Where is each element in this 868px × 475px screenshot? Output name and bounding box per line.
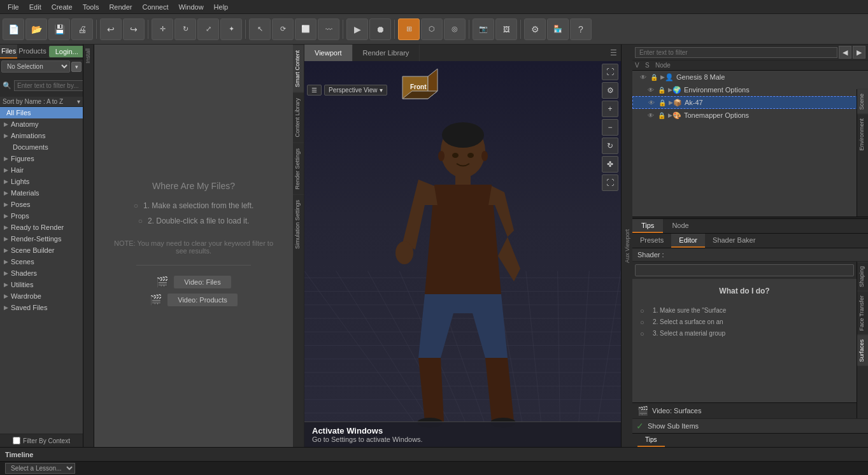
scene-item-ak47[interactable]: 👁 🔒 ▶ 📦 Ak-47 <box>632 96 868 109</box>
viewport-zoom-out-button[interactable]: − <box>602 119 618 136</box>
render-button[interactable]: 🖨 <box>71 18 93 40</box>
eye-icon[interactable]: 👁 <box>640 74 650 81</box>
expand-arrow[interactable]: ▶ <box>668 112 672 118</box>
filter-checkbox[interactable] <box>13 437 20 444</box>
tab-tips[interactable]: Tips <box>632 219 663 233</box>
tree-item-render-settings[interactable]: ▶Render-Settings <box>0 233 83 245</box>
selection-dropdown[interactable]: No Selection <box>1 60 70 73</box>
tree-item-all-files[interactable]: All Files <box>0 107 83 118</box>
redo-button[interactable]: ↪ <box>123 18 145 40</box>
expand-arrow[interactable]: ▶ <box>660 74 665 80</box>
play-button[interactable]: ▶ <box>346 18 368 40</box>
lock-icon[interactable]: 🔒 <box>650 74 660 81</box>
open-button[interactable]: 📂 <box>25 18 47 40</box>
frame-button[interactable]: ⬜ <box>295 18 317 40</box>
viewport-orbit-button[interactable]: ↻ <box>602 138 618 154</box>
rotate-button[interactable]: ↻ <box>174 18 196 40</box>
camera-button[interactable]: 📷 <box>473 18 494 40</box>
tree-item-saved-files[interactable]: ▶Saved Files <box>0 302 83 313</box>
tab-viewport[interactable]: Viewport <box>304 45 353 61</box>
eye-icon[interactable]: 👁 <box>648 99 658 106</box>
view-label[interactable]: Perspective View ▾ <box>324 85 387 96</box>
menu-edit[interactable]: Edit <box>24 3 46 11</box>
menu-tools[interactable]: Tools <box>78 3 104 11</box>
save-button[interactable]: 💾 <box>48 18 70 40</box>
store-button[interactable]: 🏪 <box>547 18 569 40</box>
vert-tab-smart-content[interactable]: Smart Content <box>293 45 304 92</box>
tree-item-documents[interactable]: Documents <box>0 141 83 153</box>
render-still-button[interactable]: 🖼 <box>495 18 517 40</box>
eye-icon[interactable]: 👁 <box>648 87 658 94</box>
tree-item-scenes[interactable]: ▶Scenes <box>0 256 83 267</box>
viewport-pan-button[interactable]: ✤ <box>602 156 618 173</box>
vert-tab-shaping[interactable]: Shaping <box>857 262 868 291</box>
shader-search-input[interactable] <box>635 264 854 276</box>
new-button[interactable]: 📄 <box>3 18 24 40</box>
menu-connect[interactable]: Connect <box>138 3 174 11</box>
sphere-button[interactable]: ⬡ <box>421 18 443 40</box>
lock-icon[interactable]: 🔒 <box>658 87 668 94</box>
tree-item-shaders[interactable]: ▶Shaders <box>0 267 83 279</box>
smooth-button[interactable]: 〰 <box>318 18 339 40</box>
tree-item-lights[interactable]: ▶Lights <box>0 176 83 187</box>
viewport-zoom-in-button[interactable]: + <box>602 101 618 117</box>
menu-file[interactable]: File <box>3 3 24 11</box>
vert-tab-scene[interactable]: Scene <box>857 89 868 114</box>
menu-window[interactable]: Window <box>173 3 208 11</box>
vert-tab-environment[interactable]: Environment <box>857 114 868 155</box>
tree-item-ready-to-render[interactable]: ▶Ready to Render <box>0 222 83 233</box>
login-button[interactable]: Login... <box>49 46 85 57</box>
tree-item-hair[interactable]: ▶Hair <box>0 164 83 176</box>
viewport-settings-button[interactable]: ⚙ <box>602 82 618 99</box>
tab-shader-baker[interactable]: Shader Baker <box>705 234 763 248</box>
tab-files[interactable]: Files <box>0 45 17 59</box>
eye-icon[interactable]: 👁 <box>648 112 658 119</box>
tree-item-props[interactable]: ▶Props <box>0 210 83 222</box>
video-files-button[interactable]: Video: Files <box>174 276 231 288</box>
tree-item-wardrobe[interactable]: ▶Wardrobe <box>0 290 83 302</box>
tree-item-utilities[interactable]: ▶Utilities <box>0 279 83 290</box>
menu-help[interactable]: Help <box>209 3 234 11</box>
viewport-options-button[interactable]: ☰ <box>307 85 322 96</box>
tab-render-library[interactable]: Render Library <box>353 45 420 61</box>
tab-node[interactable]: Node <box>663 219 697 233</box>
help-button[interactable]: ? <box>570 18 592 40</box>
tree-item-anatomy[interactable]: ▶Anatomy <box>0 118 83 130</box>
menu-create[interactable]: Create <box>46 3 78 11</box>
undo-button[interactable]: ↩ <box>100 18 122 40</box>
tips-tab-sm[interactable]: Tips <box>637 434 665 447</box>
loop-button[interactable]: ⟳ <box>272 18 294 40</box>
tab-products[interactable]: Products <box>17 45 47 59</box>
vert-tab-surfaces[interactable]: Surfaces <box>857 335 868 366</box>
dropdown-arrow[interactable]: ▾ <box>71 62 82 72</box>
expand-arrow[interactable]: ▶ <box>668 87 672 93</box>
lesson-select[interactable]: Select a Lesson... <box>5 463 75 474</box>
tree-item-figures[interactable]: ▶Figures <box>0 153 83 164</box>
cube-navigator[interactable]: Front <box>390 64 441 116</box>
record-button[interactable]: ⏺ <box>369 18 391 40</box>
viewport-3d[interactable]: .grid-h { stroke: #3a3a4a; stroke-width:… <box>304 61 621 447</box>
expand-arrow[interactable]: ▶ <box>669 99 673 106</box>
scene-nav-prev[interactable]: ◀ <box>839 46 851 59</box>
vert-tab-render-settings[interactable]: Render Settings <box>293 143 304 195</box>
universal-button[interactable]: ✦ <box>220 18 242 40</box>
scene-search-input[interactable] <box>635 47 837 58</box>
tree-item-animations[interactable]: ▶Animations <box>0 130 83 141</box>
vert-tab-content-library[interactable]: Content Library <box>293 92 304 143</box>
scene-item-environment[interactable]: 👁 🔒 ▶ 🌍 Environment Options <box>632 83 868 96</box>
menu-render[interactable]: Render <box>104 3 137 11</box>
sort-arrow-icon[interactable]: ▾ <box>77 98 80 105</box>
select-button[interactable]: ↖ <box>249 18 271 40</box>
tab-editor[interactable]: Editor <box>671 234 705 248</box>
transform-button[interactable]: ✛ <box>152 18 173 40</box>
tab-presets[interactable]: Presets <box>632 234 671 248</box>
scene-item-tonemapper[interactable]: 👁 🔒 ▶ 🎨 Tonemapper Options <box>632 109 868 122</box>
lock-icon[interactable]: 🔒 <box>658 99 669 106</box>
tree-item-poses[interactable]: ▶Poses <box>0 199 83 210</box>
video-products-button[interactable]: Video: Products <box>167 294 237 306</box>
settings-button[interactable]: ⚙ <box>524 18 546 40</box>
lock-icon[interactable]: 🔒 <box>658 112 668 119</box>
viewport-frame-button[interactable]: ⛶ <box>602 174 618 191</box>
vert-tab-face-transfer[interactable]: Face Transfer <box>857 291 868 335</box>
tree-item-materials[interactable]: ▶Materials <box>0 187 83 199</box>
